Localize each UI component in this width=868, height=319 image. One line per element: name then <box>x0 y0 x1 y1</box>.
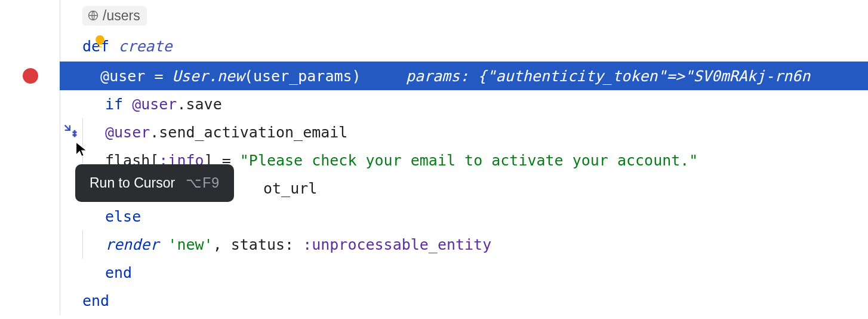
code-line[interactable]: def create <box>0 31 868 62</box>
tooltip-shortcut: ⌥F9 <box>186 175 220 191</box>
breakpoint-icon[interactable] <box>23 68 38 84</box>
keyword-end: end <box>82 292 109 309</box>
tooltip-label: Run to Cursor <box>90 175 175 191</box>
code-line[interactable]: end <box>0 259 868 287</box>
code-token: User.new <box>173 68 244 85</box>
route-hint-text: /users <box>103 8 140 24</box>
code-token: .save <box>177 96 221 113</box>
code-token: :unprocessable_entity <box>303 236 491 253</box>
code-line[interactable]: render 'new', status: :unprocessable_ent… <box>0 231 868 259</box>
code-token: render <box>105 236 168 253</box>
execution-line[interactable]: @user = User.new(user_params) params: {"… <box>0 62 868 90</box>
code-line[interactable]: end <box>0 287 868 315</box>
code-editor[interactable]: Run to Cursor ⌥F9 /users def create @use… <box>0 0 868 319</box>
keyword-end: end <box>105 264 132 281</box>
keyword-if: if <box>105 96 132 113</box>
globe-icon <box>87 10 99 22</box>
code-token: "Please check your email to activate you… <box>240 152 698 169</box>
code-token: @user = <box>100 68 172 85</box>
code-token: , status: <box>213 236 303 253</box>
run-to-cursor-tooltip: Run to Cursor ⌥F9 <box>75 164 234 202</box>
method-name: create <box>118 38 172 55</box>
keyword-else: else <box>105 208 141 225</box>
code-token: (user_params) <box>244 68 361 85</box>
code-line[interactable]: else <box>0 203 868 231</box>
lightbulb-icon[interactable] <box>93 34 107 49</box>
code-token: ot_url <box>263 180 317 197</box>
code-line[interactable]: /users <box>0 0 868 31</box>
route-hint-badge[interactable]: /users <box>82 6 147 26</box>
code-token: @user <box>105 124 150 141</box>
inline-debug-hint: params: {"authenticity_token"=>"SV0mRAkj… <box>406 68 810 85</box>
code-token: 'new' <box>168 236 213 253</box>
mouse-cursor-icon <box>75 142 90 162</box>
run-to-cursor-icon[interactable] <box>62 122 79 143</box>
code-token: @user <box>132 96 177 113</box>
code-token: .send_activation_email <box>150 124 347 141</box>
code-line[interactable]: @user.send_activation_email <box>0 118 868 146</box>
code-line[interactable]: if @user.save <box>0 90 868 118</box>
